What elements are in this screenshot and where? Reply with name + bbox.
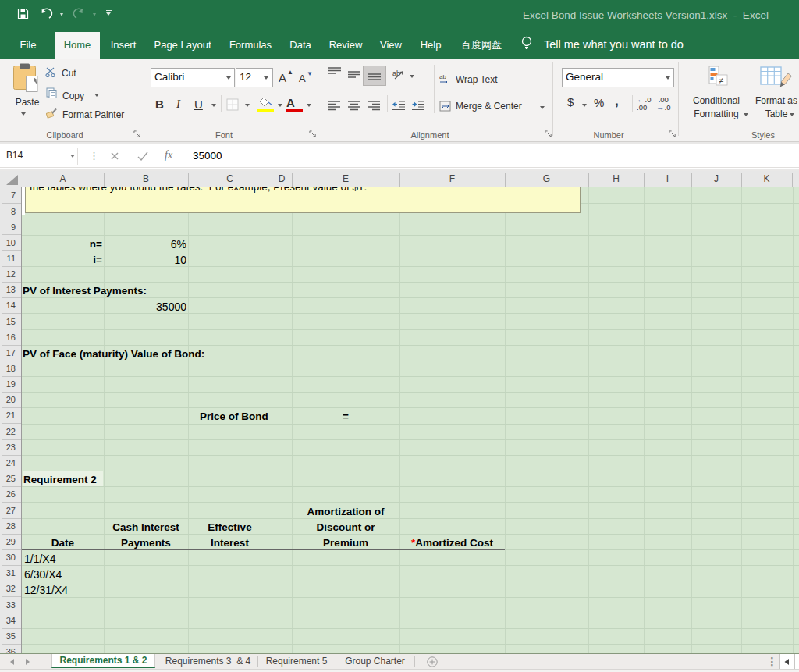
svg-text:ab: ab [439,73,446,80]
svg-text:ab: ab [392,69,400,77]
svg-text:≠: ≠ [719,76,723,85]
